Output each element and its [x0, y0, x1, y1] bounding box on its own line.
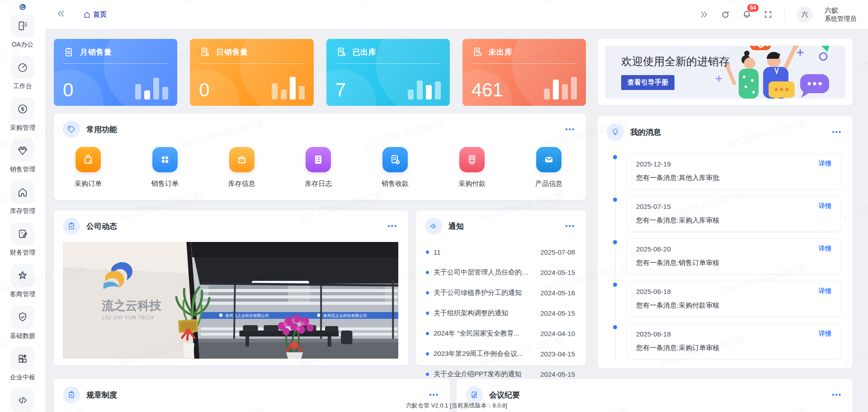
notice-row[interactable]: 关于组织架构调整的通知2024-05-15 — [426, 303, 575, 323]
sidebar-item-basedata[interactable]: 基础数据 — [10, 305, 35, 340]
notification-badge: 54 — [747, 4, 759, 12]
detail-link[interactable]: 详情 — [819, 287, 831, 295]
clipboard-check-icon — [63, 218, 80, 235]
collapse-left-icon[interactable] — [56, 9, 66, 20]
bullet-dot — [426, 352, 429, 355]
message-item: 2025-07-15详情 您有一条消息:采购入库审核 — [627, 196, 841, 232]
app-logo[interactable] — [12, 4, 33, 10]
more-menu[interactable]: ••• — [565, 224, 575, 228]
quick-item-stock-log[interactable]: 库存日志 — [305, 147, 332, 188]
message-text: 您有一条消息:采购入库审核 — [636, 216, 831, 225]
tag-icon — [63, 121, 80, 138]
right-column: 欢迎使用全新的进销存 查看引导手册 — [598, 39, 853, 368]
my-messages-card: 我的消息 ••• 2025-12-19详情 您有一条消息:其他入库审批 2025… — [598, 116, 853, 368]
sidebar-item-workbench[interactable]: 工作台 — [11, 56, 34, 90]
photo-strip-text: 泉州流之云科技有限公司 — [225, 313, 269, 318]
notice-row[interactable]: 112025-07-08 — [426, 242, 575, 262]
divider — [784, 8, 785, 21]
notice-date: 2024-04-10 — [540, 330, 575, 337]
photo-strip-text: 泉州流之云科技有限公司 — [323, 313, 367, 318]
notice-row[interactable]: 2024年 “全民国家安全教育...2024-04-10 — [426, 323, 575, 344]
sidebar-item-purchase[interactable]: $ 采购管理 — [10, 97, 35, 132]
list-doc-icon — [306, 147, 331, 172]
notice-text: 11 — [434, 248, 535, 256]
quick-functions-card: 常用功能 ••• 采购订单 销售订单 — [54, 114, 586, 200]
quick-item-label: 销售订单 — [151, 180, 179, 188]
doc-cross-icon — [472, 46, 483, 58]
sidebar-item-oa[interactable]: OA办公 — [11, 14, 34, 49]
finance-doc-icon: ? — [11, 222, 34, 246]
notice-row[interactable]: 关于公司绿植养护分工的通知2024-05-16 — [426, 283, 575, 303]
notice-text: 关于公司中层管理人员任命的通知 — [434, 268, 535, 277]
user-name: 六蚁 — [825, 6, 856, 14]
message-item: 2025-06-18详情 您有一条消息:采购订单审核 — [627, 323, 841, 360]
sidebar: OA办公 工作台 $ 采购管理 销售管理 库存管理 ? 财务管理 — [0, 0, 45, 412]
mini-bar-chart — [408, 81, 441, 99]
notice-card: 通知 ••• 112025-07-08 关于公司中层管理人员任命的通知2024-… — [416, 210, 586, 365]
sidebar-menu: OA办公 工作台 $ 采购管理 销售管理 库存管理 ? 财务管理 — [10, 14, 35, 412]
more-menu[interactable]: ••• — [387, 224, 397, 228]
bullet-dot — [426, 312, 429, 315]
doc-pencil-icon — [466, 386, 483, 403]
sidebar-item-hub[interactable]: 企业中枢 — [10, 347, 35, 382]
code-icon — [11, 388, 34, 412]
doc-coin-icon: ¥ — [382, 147, 408, 172]
quick-item-product-info[interactable]: 产品信息 — [535, 147, 562, 188]
section-title: 会议纪要 — [489, 390, 520, 400]
notice-row[interactable]: 2023年第29周工作例会会议...2023-04-15 — [426, 344, 575, 364]
collapse-right-icon[interactable] — [699, 9, 709, 19]
sidebar-item-finance[interactable]: ? 财务管理 — [10, 222, 35, 257]
more-menu[interactable]: ••• — [832, 130, 842, 134]
stat-title: 未出库 — [489, 47, 513, 57]
fullscreen-icon[interactable] — [764, 10, 773, 19]
footer-version: 六蚁仓管 V2.0.1 [当前系统版本：8.0.8] — [45, 402, 868, 410]
dashboard-icon — [11, 56, 34, 79]
detail-link[interactable]: 详情 — [819, 202, 831, 210]
message-text: 您有一条消息:销售订单审核 — [636, 259, 831, 267]
bell-icon[interactable]: 54 — [742, 9, 752, 19]
message-date: 2025-07-15 — [636, 203, 671, 210]
notice-text: 2023年第29周工作例会会议... — [434, 350, 535, 358]
more-menu[interactable]: ••• — [429, 393, 439, 397]
window-grid-icon — [152, 147, 178, 172]
detail-link[interactable]: 详情 — [819, 245, 831, 253]
company-photo: 泉州流之云科技有限公司 泉州流之云科技有限公司 — [63, 242, 398, 359]
sidebar-item-inventory[interactable]: 库存管理 — [10, 180, 35, 215]
refresh-icon[interactable] — [721, 10, 730, 19]
home-icon — [11, 180, 34, 204]
section-title: 我的消息 — [630, 127, 661, 137]
guide-button[interactable]: 查看引导手册 — [621, 75, 675, 90]
stat-title: 月销售量 — [80, 47, 112, 57]
user-menu[interactable]: 六蚁 系统管理员 — [825, 6, 856, 23]
door-icon — [11, 14, 34, 38]
notice-row[interactable]: 关于公司中层管理人员任命的通知2024-05-15 — [426, 262, 575, 283]
detail-link[interactable]: 详情 — [819, 160, 831, 168]
stat-card-daily-sales: 日销售量 0 — [190, 39, 313, 106]
sidebar-item-label: 客商管理 — [10, 290, 35, 298]
sidebar-item-sales[interactable]: 销售管理 — [10, 139, 35, 174]
clipboard-icon — [63, 386, 80, 403]
quick-item-sales-order[interactable]: 销售订单 — [151, 147, 179, 188]
more-menu[interactable]: ••• — [832, 393, 842, 397]
messages-timeline: 2025-12-19详情 您有一条消息:其他入库审批 2025-07-15详情 … — [615, 153, 841, 360]
detail-link[interactable]: 详情 — [819, 330, 831, 338]
quick-item-purchase-payment[interactable]: 采购付款 — [458, 147, 486, 188]
quick-item-sales-receipt[interactable]: ¥ 销售收款 — [382, 147, 409, 188]
stat-value: 0 — [63, 81, 73, 99]
sidebar-item-partners[interactable]: 客商管理 — [10, 264, 35, 298]
breadcrumb-tab-home[interactable]: 首页 — [83, 10, 107, 19]
svg-text:?: ? — [21, 231, 23, 236]
stat-card-shipped: 已出库 7 — [326, 39, 450, 106]
quick-item-stock-info[interactable]: 库存信息 — [228, 147, 255, 188]
more-menu[interactable]: ••• — [565, 127, 575, 132]
sidebar-item-dev[interactable] — [11, 388, 34, 412]
notice-text: 关于组织架构调整的通知 — [434, 309, 535, 317]
avatar[interactable]: 六 — [797, 6, 813, 23]
quick-item-purchase-order[interactable]: 采购订单 — [75, 147, 102, 188]
sidebar-item-label: 库存管理 — [10, 207, 35, 215]
message-text: 您有一条消息:采购付款审核 — [636, 301, 831, 310]
star-icon — [11, 264, 34, 287]
stat-title: 日销售量 — [216, 47, 248, 57]
stat-value: 0 — [199, 81, 209, 99]
mini-bar-chart — [272, 77, 305, 99]
